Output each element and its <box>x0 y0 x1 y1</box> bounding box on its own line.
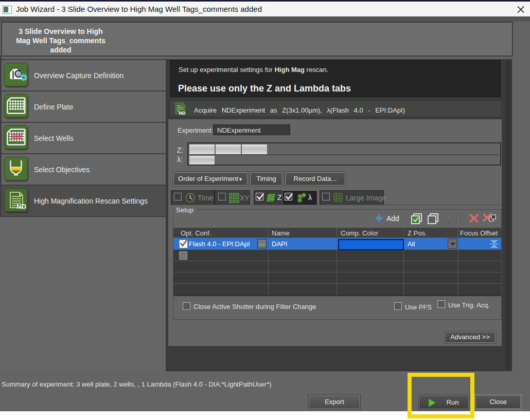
svg-text:ND: ND <box>16 203 26 210</box>
svg-text:ND: ND <box>179 111 186 116</box>
